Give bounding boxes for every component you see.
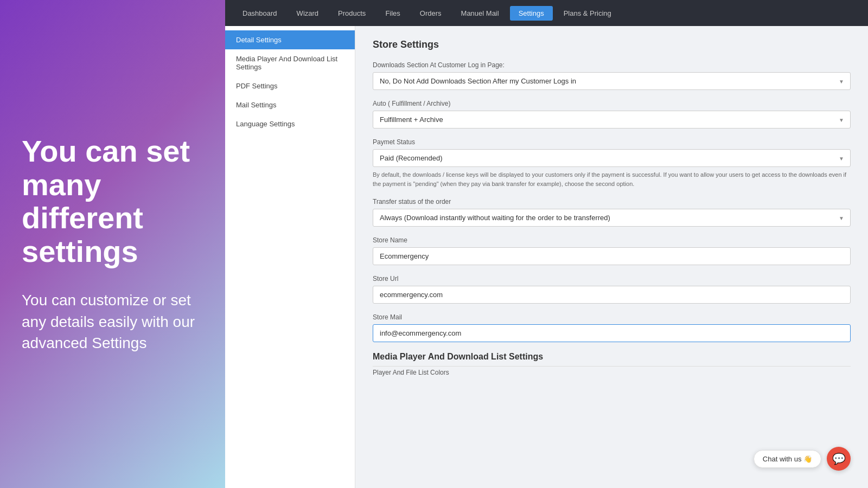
store-url-group: Store Url: [373, 275, 851, 304]
store-name-input[interactable]: [373, 247, 851, 265]
payment-status-select[interactable]: Paid (Recomended): [373, 149, 851, 167]
downloads-section-select[interactable]: No, Do Not Add Downloads Section After m…: [373, 72, 851, 90]
auto-fulfillment-group: Auto ( Fulfillment / Archive) Fulfillmen…: [373, 100, 851, 129]
player-colors-label: Player And File List Colors: [373, 369, 851, 376]
store-url-input[interactable]: [373, 286, 851, 304]
store-settings-title: Store Settings: [373, 39, 851, 50]
content-area: Detail Settings Media Player And Downloa…: [225, 26, 868, 488]
nav-settings[interactable]: Settings: [510, 6, 553, 21]
payment-status-select-wrapper: Paid (Recomended): [373, 149, 851, 167]
store-url-label: Store Url: [373, 275, 851, 282]
media-player-title: Media Player And Download List Settings: [373, 352, 851, 367]
chat-icon: 💬: [832, 452, 846, 465]
nav-dashboard[interactable]: Dashboard: [234, 6, 286, 21]
nav-wizard[interactable]: Wizard: [288, 6, 327, 21]
downloads-section-label: Downloads Section At Customer Log in Pag…: [373, 61, 851, 69]
headline: You can set many different settings: [22, 134, 203, 268]
sidebar-item-language-settings[interactable]: Language Settings: [225, 114, 355, 133]
downloads-section-select-wrapper: No, Do Not Add Downloads Section After m…: [373, 72, 851, 90]
chat-button[interactable]: 💬: [827, 447, 851, 471]
transfer-status-select-wrapper: Always (Download instantly without waiti…: [373, 209, 851, 227]
payment-status-label: Paymet Status: [373, 138, 851, 146]
subtext: You can customize or set any details eas…: [22, 290, 203, 354]
chat-widget: Chat with us 👋 💬: [754, 447, 851, 471]
store-name-label: Store Name: [373, 236, 851, 244]
store-mail-group: Store Mail: [373, 313, 851, 342]
payment-status-group: Paymet Status Paid (Recomended) By defau…: [373, 138, 851, 188]
auto-fulfillment-select[interactable]: Fulfillment + Archive: [373, 111, 851, 129]
transfer-status-label: Transfer status of the order: [373, 198, 851, 206]
chat-bubble[interactable]: Chat with us 👋: [754, 450, 821, 468]
store-mail-input[interactable]: [373, 324, 851, 342]
payment-help-text: By default, the downloads / license keys…: [373, 170, 851, 188]
sidebar-item-media-player[interactable]: Media Player And Download List Settings: [225, 49, 355, 76]
right-panel: Dashboard Wizard Products Files Orders M…: [225, 0, 868, 488]
nav-products[interactable]: Products: [329, 6, 374, 21]
nav-orders[interactable]: Orders: [411, 6, 450, 21]
transfer-status-group: Transfer status of the order Always (Dow…: [373, 198, 851, 227]
left-panel: You can set many different settings You …: [0, 0, 225, 488]
auto-fulfillment-select-wrapper: Fulfillment + Archive: [373, 111, 851, 129]
transfer-status-select[interactable]: Always (Download instantly without waiti…: [373, 209, 851, 227]
nav-files[interactable]: Files: [376, 6, 409, 21]
main-content: Store Settings Downloads Section At Cust…: [355, 26, 868, 488]
sidebar-item-mail-settings[interactable]: Mail Settings: [225, 95, 355, 114]
store-mail-label: Store Mail: [373, 313, 851, 321]
store-name-group: Store Name: [373, 236, 851, 265]
sidebar-item-pdf-settings[interactable]: PDF Settings: [225, 76, 355, 95]
auto-fulfillment-label: Auto ( Fulfillment / Archive): [373, 100, 851, 107]
sidebar-item-detail-settings[interactable]: Detail Settings: [225, 30, 355, 49]
top-nav: Dashboard Wizard Products Files Orders M…: [225, 0, 868, 26]
settings-sidebar: Detail Settings Media Player And Downloa…: [225, 26, 355, 488]
downloads-section-group: Downloads Section At Customer Log in Pag…: [373, 61, 851, 90]
nav-plans-pricing[interactable]: Plans & Pricing: [555, 6, 620, 21]
nav-manuel-mail[interactable]: Manuel Mail: [452, 6, 508, 21]
